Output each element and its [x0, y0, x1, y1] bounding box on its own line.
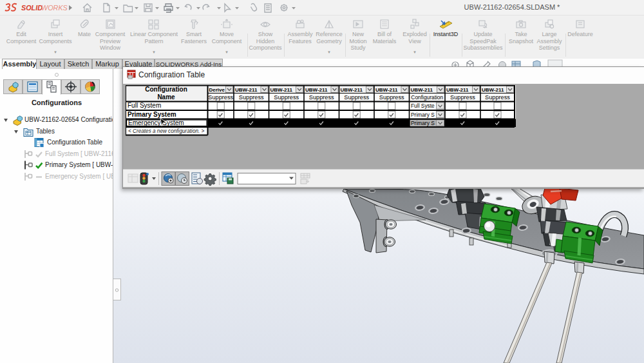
svg-text:Suppress: Suppress — [379, 94, 404, 101]
svg-text:Name: Name — [157, 93, 175, 101]
svg-text:Emergency System: Emergency System — [128, 119, 184, 126]
svg-text:UBW-211: UBW-211 — [270, 87, 293, 93]
svg-text:Suppress: Suppress — [485, 94, 510, 101]
svg-text:Primary S: Primary S — [411, 120, 435, 126]
svg-text:Suppress: Suppress — [239, 94, 264, 101]
svg-text:UBW-211: UBW-211 — [305, 87, 328, 93]
svg-text:Full Syste: Full Syste — [411, 103, 435, 109]
svg-text:UBW-211: UBW-211 — [341, 87, 363, 93]
svg-text:Primary System: Primary System — [128, 111, 176, 118]
svg-text:Suppress: Suppress — [344, 94, 369, 101]
svg-text:UBW-211: UBW-211 — [446, 87, 469, 93]
svg-text:Derive: Derive — [209, 87, 225, 93]
svg-text:UBW-211: UBW-211 — [375, 87, 398, 93]
svg-text:Suppress: Suppress — [208, 94, 233, 101]
svg-text:Configuration: Configuration — [145, 86, 187, 93]
svg-text:Primary S: Primary S — [411, 112, 435, 118]
svg-text:Configuration: Configuration — [411, 94, 443, 101]
svg-text:< Creates a new configuration.: < Creates a new configuration. > — [128, 128, 205, 134]
svg-text:Suppress: Suppress — [309, 94, 334, 101]
svg-text:Full System: Full System — [128, 102, 161, 109]
svg-text:UBW-211: UBW-211 — [235, 87, 258, 93]
svg-text:UBW-211: UBW-211 — [482, 87, 504, 93]
svg-text:UBW-211: UBW-211 — [411, 87, 433, 93]
svg-text:Suppress: Suppress — [450, 94, 475, 101]
svg-text:Suppress: Suppress — [274, 94, 299, 101]
